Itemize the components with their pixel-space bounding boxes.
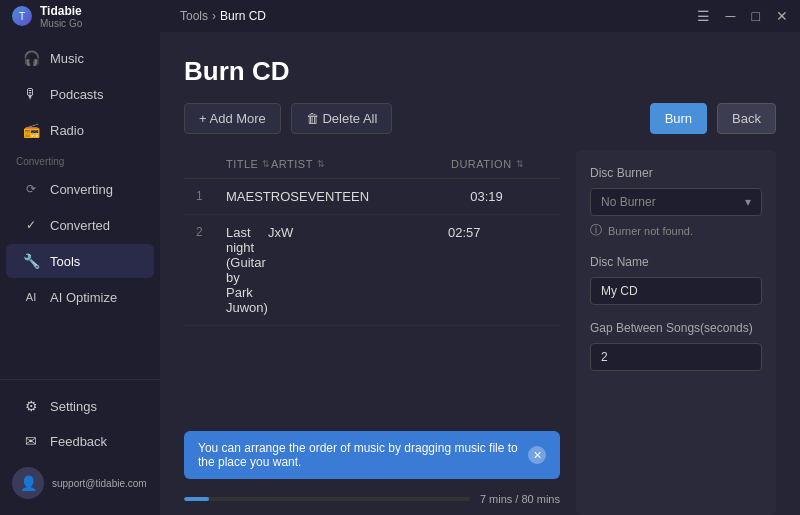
sidebar-item-tools[interactable]: 🔧 Tools — [6, 244, 154, 278]
app-sub: Music Go — [40, 18, 82, 29]
progress-text: 7 mins / 80 mins — [480, 493, 560, 505]
sidebar-label-ai-optimize: AI Optimize — [50, 290, 117, 305]
sidebar-item-podcasts[interactable]: 🎙 Podcasts — [6, 77, 154, 111]
disc-name-input[interactable] — [590, 277, 762, 305]
sidebar-label-converted: Converted — [50, 218, 110, 233]
toolbar: + Add More 🗑 Delete All Burn Back — [184, 103, 776, 134]
delete-all-button[interactable]: 🗑 Delete All — [291, 103, 393, 134]
back-button[interactable]: Back — [717, 103, 776, 134]
sidebar-item-ai-optimize[interactable]: AI AI Optimize — [6, 280, 154, 314]
maximize-button[interactable]: □ — [752, 8, 760, 24]
track-artist-1: SEVENTEEN — [290, 189, 470, 204]
burner-warning: ⓘ Burner not found. — [590, 222, 762, 239]
sidebar-label-settings: Settings — [50, 399, 97, 414]
app-branding: T Tidabie Music Go — [12, 4, 82, 29]
tools-icon: 🔧 — [22, 252, 40, 270]
track-title-2: Last night (Guitar by Park Juwon) — [226, 225, 268, 315]
progress-track — [184, 497, 470, 501]
burn-button[interactable]: Burn — [650, 103, 707, 134]
table-body: 1 MAESTRO SEVENTEEN 03:19 2 Last night (… — [184, 179, 560, 423]
headphones-icon: 🎧 — [22, 49, 40, 67]
sidebar-item-converted[interactable]: ✓ Converted — [6, 208, 154, 242]
gap-label: Gap Between Songs(seconds) — [590, 321, 762, 335]
page-title: Burn CD — [184, 56, 776, 87]
col-title: TITLE ⇅ — [226, 158, 271, 170]
sidebar-item-settings[interactable]: ⚙ Settings — [6, 389, 154, 423]
burner-select-value: No Burner — [601, 195, 656, 209]
sidebar-label-podcasts: Podcasts — [50, 87, 103, 102]
sidebar-label-tools: Tools — [50, 254, 80, 269]
sidebar-item-converting[interactable]: ⟳ Converting — [6, 172, 154, 206]
sidebar-item-music[interactable]: 🎧 Music — [6, 41, 154, 75]
settings-icon: ⚙ — [22, 397, 40, 415]
table-area: TITLE ⇅ ARTIST ⇅ DURATION ⇅ 1 MAESTRO SE… — [184, 150, 560, 515]
sidebar-label-converting: Converting — [50, 182, 113, 197]
converting-icon: ⟳ — [22, 180, 40, 198]
app-body: 🎧 Music 🎙 Podcasts 📻 Radio Converting ⟳ … — [0, 32, 800, 515]
row-num-2: 2 — [196, 225, 226, 315]
table-header: TITLE ⇅ ARTIST ⇅ DURATION ⇅ — [184, 150, 560, 179]
disc-name-label: Disc Name — [590, 255, 762, 269]
radio-icon: 📻 — [22, 121, 40, 139]
ai-icon: AI — [22, 288, 40, 306]
sidebar-label-feedback: Feedback — [50, 434, 107, 449]
disc-burner-section: Disc Burner No Burner ▾ ⓘ Burner not fou… — [590, 166, 762, 239]
chevron-down-icon: ▾ — [745, 195, 751, 209]
burner-select[interactable]: No Burner ▾ — [590, 188, 762, 216]
app-name-group: Tidabie Music Go — [40, 4, 82, 29]
disc-burner-label: Disc Burner — [590, 166, 762, 180]
col-duration: DURATION ⇅ — [451, 158, 560, 170]
gap-input[interactable] — [590, 343, 762, 371]
close-button[interactable]: ✕ — [776, 8, 788, 24]
sidebar-item-radio[interactable]: 📻 Radio — [6, 113, 154, 147]
microphone-icon: 🎙 — [22, 85, 40, 103]
info-banner: You can arrange the order of music by dr… — [184, 431, 560, 479]
breadcrumb-separator: › — [212, 9, 216, 23]
title-bar: T Tidabie Music Go Tools › Burn CD ☰ ─ □… — [0, 0, 800, 32]
sidebar-bottom: ⚙ Settings ✉ Feedback 👤 support@tidabie.… — [0, 379, 160, 507]
sidebar-item-feedback[interactable]: ✉ Feedback — [6, 424, 154, 458]
progress-fill — [184, 497, 209, 501]
mail-icon: ✉ — [22, 432, 40, 450]
user-profile[interactable]: 👤 support@tidabie.com — [0, 459, 160, 507]
minimize-button[interactable]: ─ — [726, 8, 736, 24]
user-avatar: 👤 — [12, 467, 44, 499]
warning-icon: ⓘ — [590, 222, 602, 239]
sidebar-label-music: Music — [50, 51, 84, 66]
row-num-1: 1 — [196, 189, 226, 204]
track-title-1: MAESTRO — [226, 189, 290, 204]
info-banner-text: You can arrange the order of music by dr… — [198, 441, 528, 469]
col-artist: ARTIST ⇅ — [271, 158, 451, 170]
sidebar: 🎧 Music 🎙 Podcasts 📻 Radio Converting ⟳ … — [0, 32, 160, 515]
right-panel: Disc Burner No Burner ▾ ⓘ Burner not fou… — [576, 150, 776, 515]
track-artist-2: JxW — [268, 225, 448, 315]
table-row: 1 MAESTRO SEVENTEEN 03:19 — [184, 179, 560, 215]
breadcrumb: Tools › Burn CD — [168, 0, 278, 32]
content-area: TITLE ⇅ ARTIST ⇅ DURATION ⇅ 1 MAESTRO SE… — [184, 150, 776, 515]
gap-section: Gap Between Songs(seconds) — [590, 321, 762, 371]
toolbar-right: Burn Back — [650, 103, 776, 134]
user-email: support@tidabie.com — [52, 478, 147, 489]
disc-name-section: Disc Name — [590, 255, 762, 305]
bottom-bar: You can arrange the order of music by dr… — [184, 431, 560, 515]
progress-bar-container: 7 mins / 80 mins — [184, 487, 560, 515]
main-content: Burn CD + Add More 🗑 Delete All Burn Bac… — [160, 32, 800, 515]
app-name: Tidabie — [40, 4, 82, 18]
menu-button[interactable]: ☰ — [697, 8, 710, 24]
sidebar-label-radio: Radio — [50, 123, 84, 138]
track-duration-1: 03:19 — [470, 189, 560, 204]
breadcrumb-current: Burn CD — [220, 9, 266, 23]
app-logo: T — [12, 6, 32, 26]
converted-icon: ✓ — [22, 216, 40, 234]
burner-not-found-text: Burner not found. — [608, 225, 693, 237]
info-banner-close[interactable]: ✕ — [528, 446, 546, 464]
breadcrumb-parent[interactable]: Tools — [180, 9, 208, 23]
converting-section-label: Converting — [0, 148, 160, 171]
window-controls: ☰ ─ □ ✕ — [697, 8, 788, 24]
track-duration-2: 02:57 — [448, 225, 560, 315]
add-more-button[interactable]: + Add More — [184, 103, 281, 134]
table-row: 2 Last night (Guitar by Park Juwon) JxW … — [184, 215, 560, 326]
